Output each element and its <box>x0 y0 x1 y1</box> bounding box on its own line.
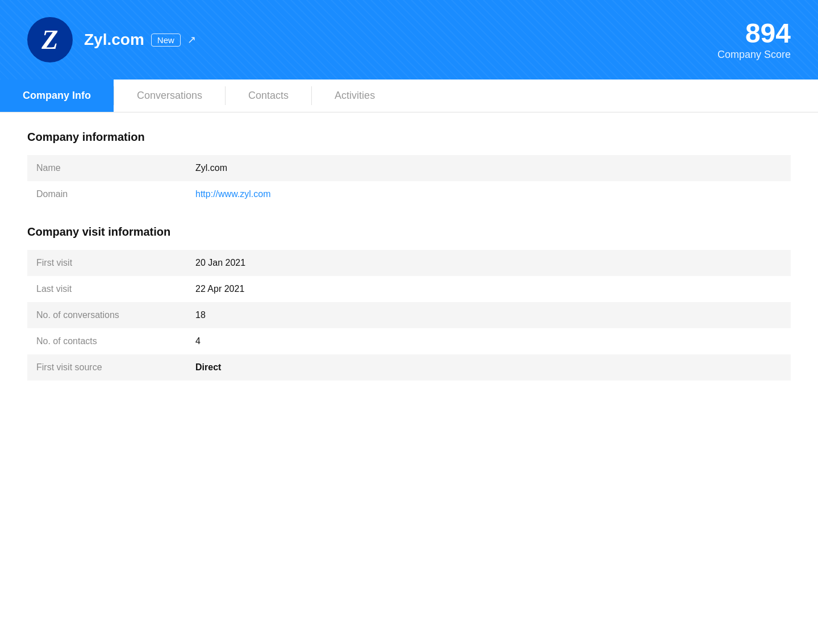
tabs-bar: Company Info Conversations Contacts Acti… <box>0 80 818 112</box>
field-value-first-visit-source: Direct <box>186 354 791 380</box>
table-row: No. of conversations 18 <box>27 302 791 328</box>
table-row: No. of contacts 4 <box>27 328 791 354</box>
company-information-table: Name Zyl.com Domain http://www.zyl.com <box>27 155 791 207</box>
table-row: First visit source Direct <box>27 354 791 380</box>
score-label: Company Score <box>717 49 791 61</box>
table-row: Domain http://www.zyl.com <box>27 181 791 207</box>
tab-company-info[interactable]: Company Info <box>0 80 114 112</box>
visit-information-section: Company visit information First visit 20… <box>27 225 791 380</box>
company-logo: Z <box>27 17 73 62</box>
field-label-num-contacts: No. of contacts <box>27 328 186 354</box>
header-title-row: Zyl.com New ↗ <box>84 31 196 49</box>
logo-letter: Z <box>41 26 58 53</box>
tab-contacts[interactable]: Contacts <box>226 80 311 112</box>
score-number: 894 <box>717 19 791 49</box>
field-value-first-visit: 20 Jan 2021 <box>186 250 791 276</box>
table-row: First visit 20 Jan 2021 <box>27 250 791 276</box>
header-left: Z Zyl.com New ↗ <box>27 17 196 62</box>
external-link-icon[interactable]: ↗ <box>187 34 196 46</box>
field-label-name: Name <box>27 155 186 181</box>
domain-link[interactable]: http://www.zyl.com <box>195 189 270 199</box>
page-header: Z Zyl.com New ↗ 894 Company Score <box>0 0 818 80</box>
visit-information-title: Company visit information <box>27 225 791 239</box>
field-value-num-conversations: 18 <box>186 302 791 328</box>
main-content: Company information Name Zyl.com Domain … <box>0 112 818 417</box>
company-information-title: Company information <box>27 131 791 144</box>
field-value-last-visit: 22 Apr 2021 <box>186 276 791 302</box>
company-name: Zyl.com <box>84 31 144 49</box>
field-label-first-visit: First visit <box>27 250 186 276</box>
field-value-domain[interactable]: http://www.zyl.com <box>186 181 791 207</box>
new-badge: New <box>151 34 181 47</box>
tab-conversations[interactable]: Conversations <box>114 80 225 112</box>
visit-information-table: First visit 20 Jan 2021 Last visit 22 Ap… <box>27 250 791 380</box>
field-label-first-visit-source: First visit source <box>27 354 186 380</box>
field-label-num-conversations: No. of conversations <box>27 302 186 328</box>
field-value-num-contacts: 4 <box>186 328 791 354</box>
table-row: Last visit 22 Apr 2021 <box>27 276 791 302</box>
table-row: Name Zyl.com <box>27 155 791 181</box>
company-information-section: Company information Name Zyl.com Domain … <box>27 131 791 207</box>
field-value-name: Zyl.com <box>186 155 791 181</box>
field-label-last-visit: Last visit <box>27 276 186 302</box>
company-score-section: 894 Company Score <box>717 19 791 61</box>
tab-activities[interactable]: Activities <box>312 80 398 112</box>
field-label-domain: Domain <box>27 181 186 207</box>
